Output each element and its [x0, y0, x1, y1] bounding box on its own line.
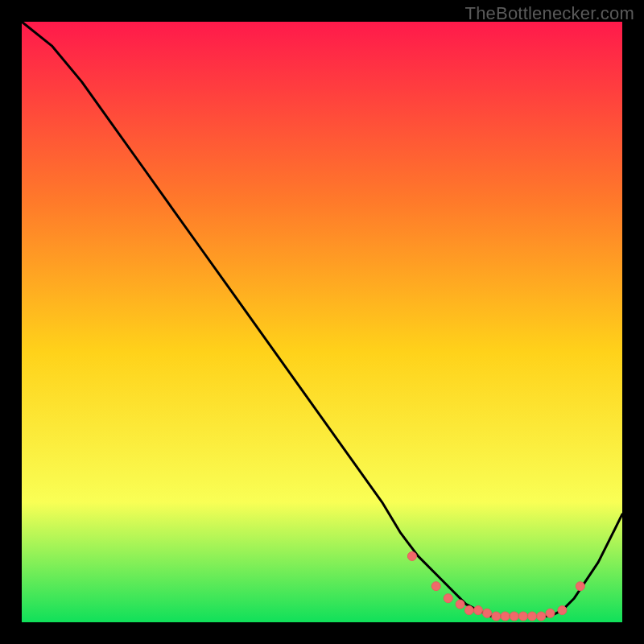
chart-svg: [22, 22, 622, 622]
marker-point: [431, 582, 440, 591]
marker-point: [474, 606, 483, 615]
marker-point: [456, 600, 464, 609]
marker-point: [407, 551, 416, 560]
marker-point: [464, 606, 473, 615]
chart-stage: TheBottlenecker.com: [0, 0, 644, 644]
plot-area: [22, 22, 622, 622]
gradient-background: [22, 22, 622, 622]
marker-point: [501, 612, 510, 621]
marker-point: [492, 612, 501, 621]
marker-point: [537, 612, 546, 621]
marker-point: [518, 612, 527, 621]
marker-point: [444, 594, 452, 603]
marker-point: [576, 582, 584, 591]
marker-point: [546, 609, 555, 617]
marker-point: [510, 612, 518, 621]
marker-point: [558, 606, 567, 615]
marker-point: [483, 609, 492, 617]
marker-point: [528, 612, 537, 621]
